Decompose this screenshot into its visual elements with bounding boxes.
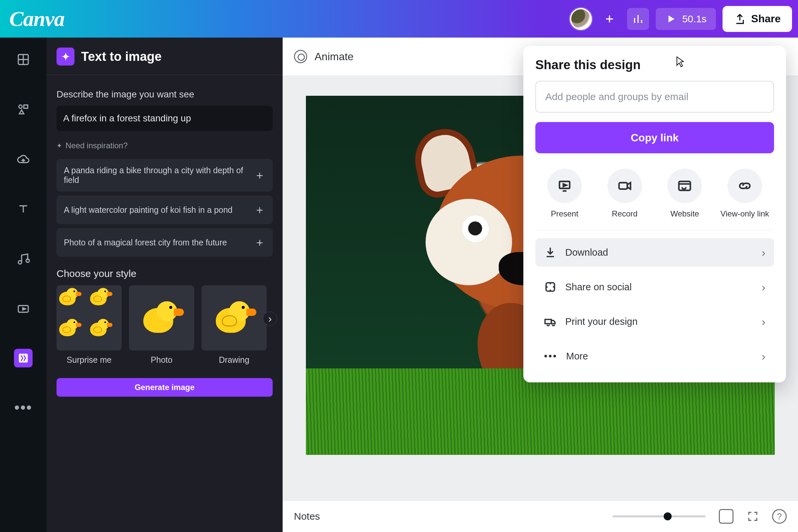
row-label: Download (565, 247, 608, 258)
style-thumb (202, 285, 267, 350)
style-thumb (57, 285, 122, 350)
svg-point-3 (26, 259, 29, 262)
download-icon (544, 246, 557, 259)
share-popover: Share this design Add people and groups … (524, 46, 786, 382)
rail-text[interactable] (13, 199, 33, 219)
rail-audio[interactable] (13, 249, 33, 269)
describe-label: Describe the image you want see (57, 89, 273, 100)
share-label: Share (751, 13, 781, 25)
grid-view-icon[interactable] (719, 509, 734, 524)
rail-uploads[interactable] (13, 149, 33, 169)
canva-logo[interactable]: Canva (9, 7, 64, 31)
inspiration-label: Need inspiration? (65, 141, 128, 150)
style-drawing[interactable]: Drawing (202, 285, 267, 365)
share-action-record[interactable]: Record (598, 169, 651, 218)
present-duration-button[interactable]: 50.1s (656, 8, 716, 30)
fullscreen-icon[interactable] (747, 510, 759, 522)
upload-icon (734, 13, 746, 25)
style-name: Photo (151, 355, 172, 365)
add-button[interactable] (598, 8, 621, 30)
chevron-right-icon: › (762, 350, 765, 363)
rail-more[interactable]: ••• (13, 397, 33, 417)
side-panel: ✦ Text to image Describe the image you w… (46, 38, 283, 532)
panel-title: Text to image (81, 50, 162, 64)
action-label: Present (551, 209, 578, 218)
help-icon[interactable]: ? (772, 509, 787, 524)
notes-button[interactable]: Notes (294, 511, 320, 522)
record-icon (607, 169, 642, 203)
top-bar: Canva 50.1s Share (0, 0, 798, 38)
action-label: View-only link (721, 209, 769, 218)
text-to-image-icon: ✦ (57, 48, 75, 65)
share-row-print[interactable]: Print your design › (535, 307, 774, 336)
plus-icon: ＋ (254, 168, 265, 183)
prompt-input[interactable]: A firefox in a forest standing up (57, 106, 273, 131)
sparkle-icon: ✦ (57, 141, 62, 150)
share-row-social[interactable]: Share on social › (535, 273, 774, 301)
link-icon (727, 169, 762, 203)
share-action-viewonly[interactable]: View-only link (718, 169, 772, 218)
row-label: More (566, 351, 588, 362)
placeholder-text: Add people and groups by email (545, 91, 688, 102)
svg-rect-7 (619, 183, 627, 189)
website-icon (667, 169, 702, 203)
share-action-website[interactable]: Website (658, 169, 711, 218)
styles-next-button[interactable]: › (263, 312, 277, 325)
style-label: Choose your style (57, 268, 273, 279)
svg-point-1 (19, 105, 22, 108)
avatar[interactable] (570, 8, 592, 30)
plus-icon: ＋ (254, 202, 265, 217)
style-name: Drawing (219, 355, 249, 365)
dots-icon: ••• (14, 398, 32, 416)
rail-elements[interactable] (13, 99, 33, 119)
bottom-bar: Notes ? (283, 500, 798, 532)
more-icon: ••• (544, 350, 557, 362)
animate-icon (294, 50, 307, 63)
share-popover-title: Share this design (535, 58, 774, 72)
chevron-right-icon: › (762, 246, 765, 259)
insights-button[interactable] (627, 8, 649, 30)
left-rail: ••• (0, 38, 46, 532)
rail-templates[interactable] (13, 50, 33, 70)
suggestion-text: A panda riding a bike through a city wit… (64, 166, 254, 185)
plus-icon: ＋ (254, 235, 265, 250)
style-surprise[interactable]: Surprise me (57, 285, 122, 365)
play-icon (665, 13, 677, 25)
suggestion-text: A light watercolor painting of koi fish … (64, 205, 232, 215)
share-row-more[interactable]: ••• More › (535, 342, 774, 370)
style-thumb (129, 285, 194, 350)
share-social-icon (544, 281, 557, 293)
share-action-present[interactable]: Present (538, 169, 591, 218)
rail-videos[interactable] (13, 299, 33, 319)
chevron-right-icon: › (762, 281, 765, 293)
svg-rect-2 (24, 105, 28, 108)
copy-link-button[interactable]: Copy link (535, 122, 774, 153)
suggestion-2[interactable]: Photo of a magical forest city from the … (57, 228, 273, 257)
generate-button[interactable]: Generate image (57, 378, 273, 397)
style-name: Surprise me (67, 355, 112, 365)
rail-apps-active[interactable] (14, 349, 33, 367)
animate-button[interactable]: Animate (315, 51, 354, 63)
share-email-input[interactable]: Add people and groups by email (535, 81, 774, 113)
row-label: Print your design (565, 316, 638, 327)
svg-rect-10 (545, 320, 551, 324)
suggestion-0[interactable]: A panda riding a bike through a city wit… (57, 159, 273, 191)
share-button[interactable]: Share (723, 6, 792, 32)
action-label: Website (670, 209, 699, 218)
suggestion-text: Photo of a magical forest city from the … (64, 238, 227, 247)
share-row-download[interactable]: Download › (535, 238, 774, 267)
suggestion-1[interactable]: A light watercolor painting of koi fish … (57, 195, 273, 224)
present-icon (547, 169, 582, 203)
chevron-right-icon: › (762, 315, 765, 328)
row-label: Share on social (565, 282, 632, 292)
style-photo[interactable]: Photo (129, 285, 194, 365)
zoom-slider[interactable] (612, 515, 706, 517)
action-label: Record (612, 209, 638, 218)
truck-icon (544, 315, 557, 328)
duration-text: 50.1s (682, 13, 706, 25)
